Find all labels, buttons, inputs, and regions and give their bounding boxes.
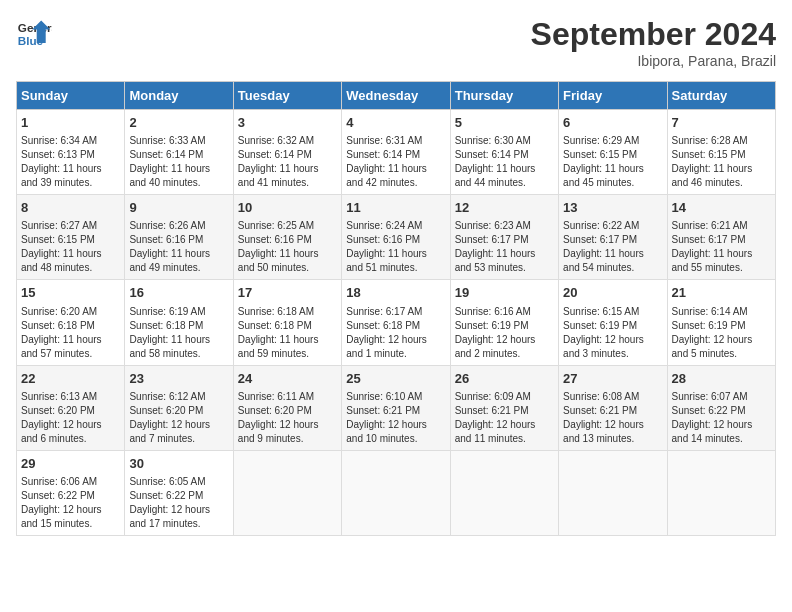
calendar-day-cell: 21Sunrise: 6:14 AM Sunset: 6:19 PM Dayli… [667,280,775,365]
day-number: 25 [346,370,445,388]
day-info: Sunrise: 6:10 AM Sunset: 6:21 PM Dayligh… [346,390,445,446]
day-info: Sunrise: 6:34 AM Sunset: 6:13 PM Dayligh… [21,134,120,190]
calendar-day-cell: 4Sunrise: 6:31 AM Sunset: 6:14 PM Daylig… [342,110,450,195]
day-info: Sunrise: 6:12 AM Sunset: 6:20 PM Dayligh… [129,390,228,446]
calendar-day-cell: 14Sunrise: 6:21 AM Sunset: 6:17 PM Dayli… [667,195,775,280]
day-number: 18 [346,284,445,302]
calendar-day-cell [667,450,775,535]
day-info: Sunrise: 6:28 AM Sunset: 6:15 PM Dayligh… [672,134,771,190]
calendar-day-cell: 11Sunrise: 6:24 AM Sunset: 6:16 PM Dayli… [342,195,450,280]
day-number: 29 [21,455,120,473]
day-number: 19 [455,284,554,302]
calendar-day-cell: 5Sunrise: 6:30 AM Sunset: 6:14 PM Daylig… [450,110,558,195]
calendar-day-cell: 15Sunrise: 6:20 AM Sunset: 6:18 PM Dayli… [17,280,125,365]
day-info: Sunrise: 6:19 AM Sunset: 6:18 PM Dayligh… [129,305,228,361]
day-of-week-header: Sunday [17,82,125,110]
day-number: 9 [129,199,228,217]
day-number: 7 [672,114,771,132]
day-info: Sunrise: 6:11 AM Sunset: 6:20 PM Dayligh… [238,390,337,446]
day-number: 14 [672,199,771,217]
calendar-week-row: 8Sunrise: 6:27 AM Sunset: 6:15 PM Daylig… [17,195,776,280]
logo: General Blue [16,16,52,52]
day-number: 24 [238,370,337,388]
calendar-day-cell: 9Sunrise: 6:26 AM Sunset: 6:16 PM Daylig… [125,195,233,280]
day-info: Sunrise: 6:30 AM Sunset: 6:14 PM Dayligh… [455,134,554,190]
calendar-day-cell: 3Sunrise: 6:32 AM Sunset: 6:14 PM Daylig… [233,110,341,195]
day-number: 11 [346,199,445,217]
calendar-day-cell: 1Sunrise: 6:34 AM Sunset: 6:13 PM Daylig… [17,110,125,195]
calendar-day-cell [450,450,558,535]
calendar-day-cell: 13Sunrise: 6:22 AM Sunset: 6:17 PM Dayli… [559,195,667,280]
month-title: September 2024 [531,16,776,53]
day-number: 22 [21,370,120,388]
day-of-week-header: Friday [559,82,667,110]
day-number: 28 [672,370,771,388]
day-info: Sunrise: 6:31 AM Sunset: 6:14 PM Dayligh… [346,134,445,190]
day-info: Sunrise: 6:33 AM Sunset: 6:14 PM Dayligh… [129,134,228,190]
calendar-day-cell [233,450,341,535]
day-of-week-header: Monday [125,82,233,110]
day-info: Sunrise: 6:26 AM Sunset: 6:16 PM Dayligh… [129,219,228,275]
calendar-day-cell: 24Sunrise: 6:11 AM Sunset: 6:20 PM Dayli… [233,365,341,450]
calendar-day-cell: 16Sunrise: 6:19 AM Sunset: 6:18 PM Dayli… [125,280,233,365]
day-info: Sunrise: 6:23 AM Sunset: 6:17 PM Dayligh… [455,219,554,275]
calendar-day-cell: 25Sunrise: 6:10 AM Sunset: 6:21 PM Dayli… [342,365,450,450]
calendar-day-cell: 29Sunrise: 6:06 AM Sunset: 6:22 PM Dayli… [17,450,125,535]
calendar-day-cell: 20Sunrise: 6:15 AM Sunset: 6:19 PM Dayli… [559,280,667,365]
day-info: Sunrise: 6:27 AM Sunset: 6:15 PM Dayligh… [21,219,120,275]
day-info: Sunrise: 6:24 AM Sunset: 6:16 PM Dayligh… [346,219,445,275]
day-of-week-header: Wednesday [342,82,450,110]
calendar-day-cell: 10Sunrise: 6:25 AM Sunset: 6:16 PM Dayli… [233,195,341,280]
day-info: Sunrise: 6:05 AM Sunset: 6:22 PM Dayligh… [129,475,228,531]
day-info: Sunrise: 6:09 AM Sunset: 6:21 PM Dayligh… [455,390,554,446]
day-number: 27 [563,370,662,388]
day-number: 8 [21,199,120,217]
day-info: Sunrise: 6:32 AM Sunset: 6:14 PM Dayligh… [238,134,337,190]
day-number: 4 [346,114,445,132]
day-info: Sunrise: 6:17 AM Sunset: 6:18 PM Dayligh… [346,305,445,361]
day-info: Sunrise: 6:22 AM Sunset: 6:17 PM Dayligh… [563,219,662,275]
day-of-week-header: Saturday [667,82,775,110]
page-header: General Blue September 2024 Ibipora, Par… [16,16,776,69]
calendar-week-row: 15Sunrise: 6:20 AM Sunset: 6:18 PM Dayli… [17,280,776,365]
calendar-day-cell: 19Sunrise: 6:16 AM Sunset: 6:19 PM Dayli… [450,280,558,365]
calendar-day-cell: 18Sunrise: 6:17 AM Sunset: 6:18 PM Dayli… [342,280,450,365]
day-number: 1 [21,114,120,132]
calendar-day-cell [342,450,450,535]
day-number: 10 [238,199,337,217]
day-info: Sunrise: 6:14 AM Sunset: 6:19 PM Dayligh… [672,305,771,361]
day-of-week-header: Thursday [450,82,558,110]
calendar-day-cell: 12Sunrise: 6:23 AM Sunset: 6:17 PM Dayli… [450,195,558,280]
day-number: 23 [129,370,228,388]
day-number: 15 [21,284,120,302]
calendar-week-row: 1Sunrise: 6:34 AM Sunset: 6:13 PM Daylig… [17,110,776,195]
calendar-header-row: SundayMondayTuesdayWednesdayThursdayFrid… [17,82,776,110]
day-number: 30 [129,455,228,473]
day-info: Sunrise: 6:18 AM Sunset: 6:18 PM Dayligh… [238,305,337,361]
day-number: 17 [238,284,337,302]
calendar-day-cell: 28Sunrise: 6:07 AM Sunset: 6:22 PM Dayli… [667,365,775,450]
calendar-day-cell [559,450,667,535]
calendar-day-cell: 26Sunrise: 6:09 AM Sunset: 6:21 PM Dayli… [450,365,558,450]
calendar-week-row: 29Sunrise: 6:06 AM Sunset: 6:22 PM Dayli… [17,450,776,535]
day-info: Sunrise: 6:21 AM Sunset: 6:17 PM Dayligh… [672,219,771,275]
day-number: 13 [563,199,662,217]
title-area: September 2024 Ibipora, Parana, Brazil [531,16,776,69]
day-number: 2 [129,114,228,132]
day-number: 21 [672,284,771,302]
day-number: 3 [238,114,337,132]
day-number: 26 [455,370,554,388]
day-info: Sunrise: 6:08 AM Sunset: 6:21 PM Dayligh… [563,390,662,446]
day-info: Sunrise: 6:29 AM Sunset: 6:15 PM Dayligh… [563,134,662,190]
calendar-day-cell: 22Sunrise: 6:13 AM Sunset: 6:20 PM Dayli… [17,365,125,450]
day-number: 5 [455,114,554,132]
calendar-day-cell: 17Sunrise: 6:18 AM Sunset: 6:18 PM Dayli… [233,280,341,365]
day-info: Sunrise: 6:07 AM Sunset: 6:22 PM Dayligh… [672,390,771,446]
calendar-day-cell: 2Sunrise: 6:33 AM Sunset: 6:14 PM Daylig… [125,110,233,195]
location-subtitle: Ibipora, Parana, Brazil [531,53,776,69]
calendar-table: SundayMondayTuesdayWednesdayThursdayFrid… [16,81,776,536]
day-number: 20 [563,284,662,302]
calendar-day-cell: 30Sunrise: 6:05 AM Sunset: 6:22 PM Dayli… [125,450,233,535]
day-of-week-header: Tuesday [233,82,341,110]
logo-icon: General Blue [16,16,52,52]
